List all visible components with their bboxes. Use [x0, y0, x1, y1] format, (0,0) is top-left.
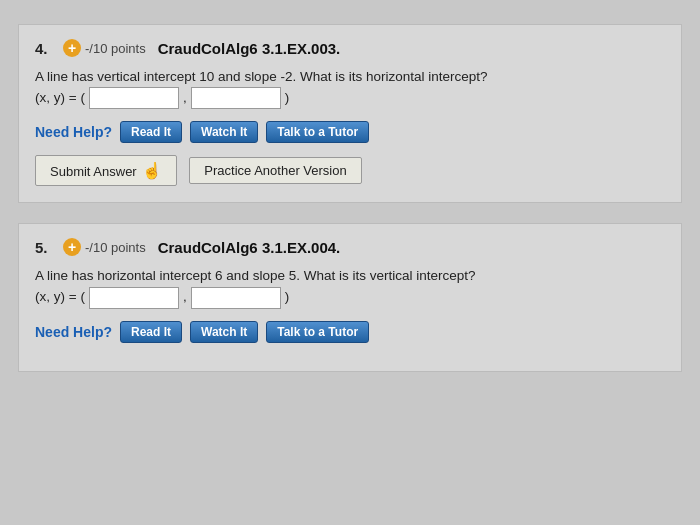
need-help-label-4: Need Help? [35, 124, 112, 140]
cursor-icon-4: ☝ [142, 161, 162, 180]
problem-5: 5. + -/10 points CraudColAlg6 3.1.EX.004… [18, 223, 682, 371]
problem-5-number: 5. [35, 239, 55, 256]
answer-prefix-5: (x, y) = ( [35, 287, 85, 307]
problem-5-points: -/10 points [85, 240, 146, 255]
practice-another-button-4[interactable]: Practice Another Version [189, 157, 361, 184]
problem-4-help-row: Need Help? Read It Watch It Talk to a Tu… [35, 121, 665, 143]
talk-to-tutor-button-5[interactable]: Talk to a Tutor [266, 321, 369, 343]
problem-4: 4. + -/10 points CraudColAlg6 3.1.EX.003… [18, 24, 682, 203]
problem-4-answer-row: (x, y) = ( , ) [35, 87, 665, 109]
answer-suffix-4: ) [285, 88, 290, 108]
problem-4-question: A line has vertical intercept 10 and slo… [35, 67, 665, 109]
answer-input-4-y[interactable] [191, 87, 281, 109]
talk-to-tutor-button-4[interactable]: Talk to a Tutor [266, 121, 369, 143]
problem-5-id: CraudColAlg6 3.1.EX.004. [158, 239, 341, 256]
problem-4-header: 4. + -/10 points CraudColAlg6 3.1.EX.003… [35, 39, 665, 57]
answer-comma-5: , [183, 287, 187, 307]
problem-5-header: 5. + -/10 points CraudColAlg6 3.1.EX.004… [35, 238, 665, 256]
problem-4-points-badge: + -/10 points [63, 39, 146, 57]
answer-input-5-y[interactable] [191, 287, 281, 309]
problem-4-number: 4. [35, 40, 55, 57]
problem-5-answer-row: (x, y) = ( , ) [35, 287, 665, 309]
problem-4-id: CraudColAlg6 3.1.EX.003. [158, 40, 341, 57]
read-it-button-4[interactable]: Read It [120, 121, 182, 143]
answer-suffix-5: ) [285, 287, 290, 307]
answer-input-5-x[interactable] [89, 287, 179, 309]
problem-4-points: -/10 points [85, 41, 146, 56]
plus-icon-5: + [63, 238, 81, 256]
problem-5-question: A line has horizontal intercept 6 and sl… [35, 266, 665, 308]
answer-comma-4: , [183, 88, 187, 108]
submit-answer-button-4[interactable]: Submit Answer ☝ [35, 155, 177, 186]
answer-input-4-x[interactable] [89, 87, 179, 109]
problem-5-points-badge: + -/10 points [63, 238, 146, 256]
watch-it-button-4[interactable]: Watch It [190, 121, 258, 143]
read-it-button-5[interactable]: Read It [120, 321, 182, 343]
problem-4-action-row: Submit Answer ☝ Practice Another Version [35, 155, 665, 186]
watch-it-button-5[interactable]: Watch It [190, 321, 258, 343]
need-help-label-5: Need Help? [35, 324, 112, 340]
problem-5-help-row: Need Help? Read It Watch It Talk to a Tu… [35, 321, 665, 343]
answer-prefix-4: (x, y) = ( [35, 88, 85, 108]
plus-icon-4: + [63, 39, 81, 57]
